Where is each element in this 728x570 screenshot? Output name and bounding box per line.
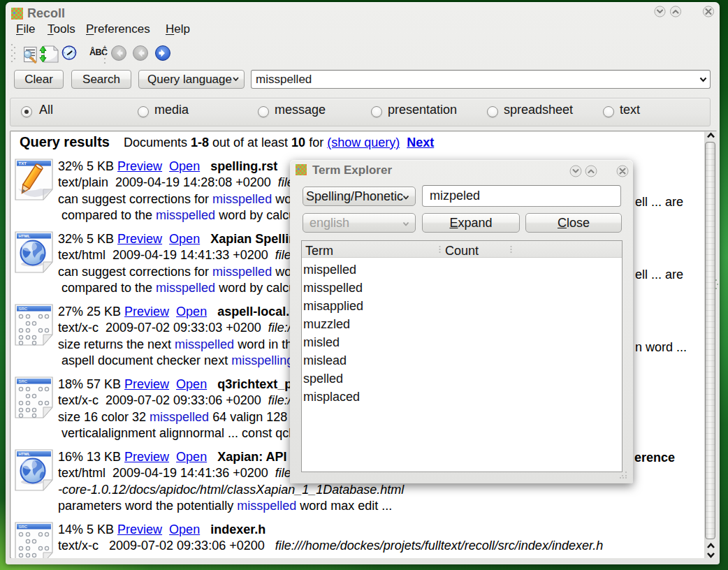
svg-text:SRC: SRC <box>19 525 28 529</box>
svg-text:SRC: SRC <box>19 307 28 311</box>
svg-text:TXT: TXT <box>19 161 27 166</box>
svg-text:HTML: HTML <box>19 234 31 238</box>
svg-text:HTML: HTML <box>19 452 31 456</box>
svg-text:SRC: SRC <box>19 379 28 383</box>
